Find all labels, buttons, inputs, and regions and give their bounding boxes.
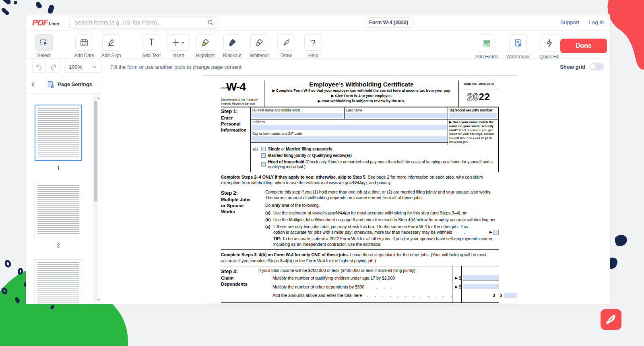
married-jointly-option-label: Married filing jointly or Qualifying wid… (268, 153, 352, 158)
step3-row3: Add the amounts above and enter the tota… (272, 293, 499, 299)
thumbnail-image (35, 105, 82, 161)
step3-row2: Multiply the number of other dependents … (272, 284, 499, 289)
login-link[interactable]: Log in (589, 19, 604, 25)
step2-tip: TIP: To be accurate, submit a 2022 Form … (265, 236, 499, 247)
zoom-select[interactable]: 100% (64, 61, 101, 73)
search-input[interactable] (74, 19, 207, 26)
page-number: 1 (57, 165, 60, 171)
step1-section: Step 1: EnterPersonalInformation (a) Fir… (221, 107, 499, 172)
w4-document-page: Form W-4 Department of the Treasury Inte… (203, 75, 517, 303)
zoom-value: 100% (69, 64, 82, 70)
plus-chevron-icon (171, 38, 185, 47)
pdf-swirl-icon (604, 312, 618, 327)
page-settings-icon (47, 80, 55, 89)
pdfliner-logo[interactable]: PDF Liner (32, 18, 60, 27)
steps-2-4-note: Complete Steps 2–4 ONLY if they apply to… (221, 172, 499, 188)
step3-title: Step 3: (221, 269, 258, 274)
done-button[interactable]: Done (560, 39, 607, 53)
married-jointly-checkbox[interactable] (261, 153, 266, 158)
step2-subtitle: Multiple Jobsor SpouseWorks (221, 197, 265, 215)
ssn-field[interactable] (449, 113, 497, 118)
single-checkbox[interactable] (261, 147, 266, 151)
editor-hint-text: Fill the form or use another tools to ch… (110, 64, 242, 70)
add-sign-button[interactable]: Add Sign (100, 34, 122, 58)
head-of-household-checkbox[interactable] (261, 162, 266, 167)
page-thumbnail-1[interactable]: 1 (26, 105, 91, 171)
toolbar: Select Add Date (26, 31, 610, 59)
address-label: Address (251, 119, 448, 124)
step2-title: Step 2: (221, 190, 265, 196)
toggle-knob (590, 64, 596, 70)
sidebar-scrollbar[interactable]: ▲ ▼ (93, 95, 98, 303)
decor-dash (47, 4, 55, 14)
form-name: W-4 (226, 81, 264, 93)
sub-toolbar: 100% Fill the form or use another tools … (26, 59, 610, 75)
help-button[interactable]: ? Help (302, 34, 324, 58)
calendar-icon (79, 38, 89, 47)
line3-number: 3 (489, 293, 499, 298)
city-label: City or town, state, and ZIP code (251, 131, 448, 136)
pdf-logo-floating-button[interactable] (601, 309, 621, 330)
show-grid-toggle[interactable] (589, 63, 604, 70)
scrollbar-thumb[interactable] (94, 101, 97, 202)
draw-button[interactable]: Draw (275, 34, 297, 58)
single-option-label: Single or Married filing separately (268, 147, 332, 152)
whiteout-button[interactable]: Whiteout (248, 34, 270, 58)
last-name-label: Last name (345, 108, 448, 113)
two-jobs-checkbox[interactable] (493, 230, 499, 235)
form-bullet2: ▶ Give Form W-4 to your employer. (268, 93, 455, 99)
other-dependents-field[interactable] (463, 284, 499, 289)
step2-option-c: (c) If there are only two jobs total, yo… (265, 224, 499, 235)
insert-button[interactable]: Insert (167, 34, 189, 58)
add-fields-button[interactable]: Add Fields (476, 34, 497, 60)
decor-blob (614, 234, 628, 247)
thumbnail-image (35, 259, 82, 303)
step3-intro: If your total income will be $200,000 or… (258, 268, 499, 273)
undo-button[interactable] (32, 61, 46, 73)
total-dependents-field[interactable] (504, 293, 517, 298)
add-text-button[interactable]: T Add Text (140, 34, 162, 58)
page-thumbnail-3[interactable]: 3 (26, 259, 91, 303)
first-name-label: (a) First name and middle initial (251, 108, 344, 113)
support-link[interactable]: Support (560, 19, 579, 25)
redo-button[interactable] (47, 61, 60, 73)
step2-paragraph2: Do only one of the following. (265, 203, 499, 208)
sidebar-collapse-button[interactable] (26, 75, 40, 94)
add-fields-icon (482, 38, 491, 48)
lightning-icon (545, 38, 554, 48)
page-settings-button[interactable]: Page Settings (47, 80, 92, 89)
highlight-button[interactable]: Highlight (194, 34, 216, 58)
step3-row1: Multiply the number of qualifying childr… (272, 275, 499, 280)
first-name-field[interactable] (252, 113, 343, 118)
search-box[interactable] (69, 16, 218, 29)
blackout-button[interactable]: Blackout (221, 34, 243, 58)
last-name-field[interactable] (345, 113, 447, 118)
add-date-button[interactable]: Add Date (73, 34, 95, 58)
select-cursor-icon (39, 38, 49, 47)
page-settings-label: Page Settings (58, 81, 92, 87)
select-button[interactable]: Select (33, 34, 55, 58)
blackout-brush-icon (227, 38, 237, 47)
page-thumbnail-2[interactable]: 2 (26, 182, 91, 249)
quick-fill-button[interactable]: Quick Fill (539, 34, 560, 60)
watermark-button[interactable]: Watermark (507, 34, 529, 60)
thumbnail-image (35, 182, 82, 238)
qualifying-children-field[interactable] (463, 275, 499, 280)
step4-section: Step 4 (a) Other income (not from jobs).… (221, 303, 499, 303)
city-field[interactable] (252, 136, 447, 142)
redo-icon (50, 63, 57, 70)
decor-dot (13, 0, 18, 5)
step3-section: Step 3: ClaimDependents If your total in… (221, 266, 499, 303)
dept-line1: Department of the Treasury (221, 98, 258, 101)
form-year: 2022 (459, 91, 499, 103)
dept-line2: Internal Revenue Service (221, 102, 258, 105)
form-word: Form (221, 86, 228, 90)
form-title: Employee’s Withholding Certificate (268, 81, 455, 88)
step2-section: Step 2: Multiple Jobsor SpouseWorks Comp… (221, 188, 499, 250)
ssn-label: (b) Social security number (448, 108, 497, 113)
address-field[interactable] (252, 125, 447, 130)
step2-paragraph1: Complete this step if you (1) hold more … (265, 189, 499, 201)
steps-3-4b-note: Complete Steps 3–4(b) on Form W-4 for on… (221, 250, 499, 266)
thumbnail-list: 1 2 3 (26, 94, 91, 303)
step1-title: Step 1: (221, 109, 250, 114)
